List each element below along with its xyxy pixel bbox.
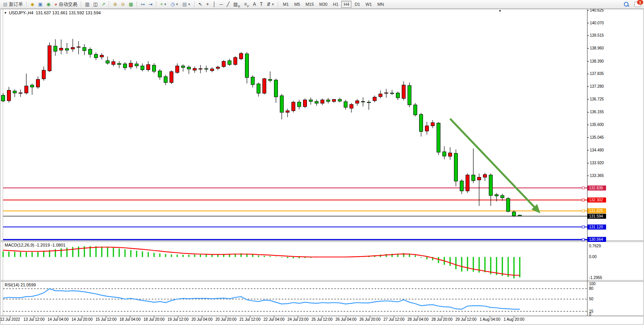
toolbar-separator (81, 1, 82, 7)
candle (495, 195, 498, 196)
line-anchor-marker[interactable] (582, 238, 584, 241)
periods-button[interactable]: ◷▼ (169, 0, 180, 9)
candle (77, 47, 80, 48)
market-watch-button[interactable]: ◆ (29, 0, 36, 9)
tile-windows-button[interactable]: ▦ (127, 0, 135, 9)
candle (298, 102, 301, 107)
zoom-in-button-icon: ⊕ (113, 2, 117, 7)
tile-windows-button-icon: ▦ (129, 2, 133, 7)
timeframe-m5[interactable]: M5 (292, 1, 302, 8)
candle (193, 68, 197, 70)
timeframe-m15[interactable]: M15 (303, 1, 316, 8)
autotrading-button[interactable]: ◕自动交易 (53, 0, 79, 9)
candle (443, 152, 446, 156)
search-icon[interactable] (624, 2, 629, 7)
icon-letter: E (238, 5, 240, 8)
timeframe-m30[interactable]: M30 (317, 1, 330, 8)
cursor-button-icon: ↖ (199, 2, 202, 7)
toolbar-separator (26, 1, 27, 7)
candlestick-chart-button[interactable]: ◫ (92, 0, 99, 9)
crosshair-button[interactable]: + (205, 0, 211, 9)
candle (327, 100, 330, 101)
toolbar-separator (137, 1, 137, 7)
toolbar-separator (194, 1, 195, 7)
text-button[interactable]: A (252, 0, 258, 9)
line-anchor-marker[interactable] (582, 226, 584, 228)
auto-scroll-button[interactable]: ↦ (139, 0, 146, 9)
candle (31, 85, 34, 87)
timeframe-mn[interactable]: MN (375, 1, 386, 8)
candlestick-chart-button-icon: ◫ (93, 2, 98, 7)
horizontal-line-button[interactable]: ─ (218, 0, 224, 9)
vertical-line-button[interactable]: │ (211, 0, 218, 9)
candle (176, 66, 179, 73)
candle (228, 61, 231, 65)
line-anchor-marker[interactable] (582, 210, 584, 212)
candle (280, 96, 284, 112)
chart-shift-marker-icon[interactable]: ▼ (498, 9, 502, 13)
chat-icon[interactable]: 1 (634, 2, 641, 7)
candle (454, 153, 458, 181)
timeframe-w1[interactable]: W1 (363, 1, 374, 8)
indicators-button-icon: + (160, 2, 163, 7)
timeframe-h4[interactable]: H4 (341, 1, 351, 8)
dropdown-arrow-icon[interactable]: ▼ (271, 3, 274, 6)
candle (356, 101, 359, 103)
navigator-button[interactable]: ◉ (45, 0, 52, 9)
indicators-button[interactable]: +▼ (159, 0, 168, 9)
dropdown-arrow-icon[interactable]: ▼ (175, 3, 178, 6)
equidistant-channel-button[interactable]: ▨E (232, 0, 242, 9)
timeframe-m1[interactable]: M1 (281, 1, 291, 8)
chart-canvas[interactable] (0, 0, 644, 325)
toolbar-right: 1 (624, 2, 641, 7)
candle (135, 64, 139, 66)
toolbar-separator (156, 1, 157, 7)
candle (205, 69, 208, 70)
zoom-out-button[interactable]: ⊖ (119, 0, 126, 9)
templates-button[interactable]: ▤▼ (181, 0, 192, 9)
candle (25, 86, 28, 93)
candle (7, 90, 11, 101)
trendline-button[interactable]: ╱ (225, 0, 231, 9)
dropdown-arrow-icon[interactable]: ▼ (164, 3, 167, 6)
candle (385, 93, 388, 94)
candle (344, 102, 348, 107)
navigator-button-icon: ◉ (46, 2, 50, 7)
data-window-button[interactable]: ▣ (37, 0, 44, 9)
arrows-button[interactable]: ⇵▼ (265, 0, 276, 9)
new-order-button[interactable]: ▤新订单 (2, 0, 24, 9)
candle (199, 69, 202, 70)
candle (65, 49, 69, 50)
line-chart-button[interactable]: ↗ (100, 0, 107, 9)
candle (251, 77, 255, 84)
notification-badge: 1 (637, 0, 643, 5)
cursor-button[interactable]: ↖ (197, 0, 204, 9)
rsi-indicator-label: RSI(14) 21.0599 (5, 282, 36, 287)
text-label-button[interactable]: T (259, 0, 264, 9)
zoom-in-button[interactable]: ⊕ (111, 0, 118, 9)
autotrading-button-icon: ◕ (54, 2, 57, 7)
candle (460, 181, 464, 191)
candle (466, 175, 469, 191)
timeframe-d1[interactable]: D1 (352, 1, 362, 8)
candle (36, 79, 40, 87)
candle (245, 54, 249, 77)
fibonacci-button[interactable]: ≡F (243, 0, 251, 9)
line-anchor-marker[interactable] (582, 199, 584, 201)
dropdown-arrow-icon[interactable]: ▼ (188, 3, 191, 6)
crosshair-button-icon: + (206, 2, 209, 7)
line-anchor-marker[interactable] (582, 187, 584, 189)
chart-shift-button-icon: ⇥ (149, 2, 152, 7)
zoom-out-button-icon: ⊖ (121, 2, 125, 7)
candle (106, 61, 110, 63)
timeframe-h1[interactable]: H1 (331, 1, 341, 8)
candle (83, 48, 86, 51)
candle (391, 93, 394, 94)
candle (240, 53, 243, 59)
toolbar-separator (278, 1, 279, 7)
candle (234, 58, 237, 65)
chart-shift-button[interactable]: ⇥ (147, 0, 154, 9)
candle (361, 101, 365, 102)
bar-chart-button[interactable]: ▥ (84, 0, 91, 9)
candle (71, 48, 75, 49)
